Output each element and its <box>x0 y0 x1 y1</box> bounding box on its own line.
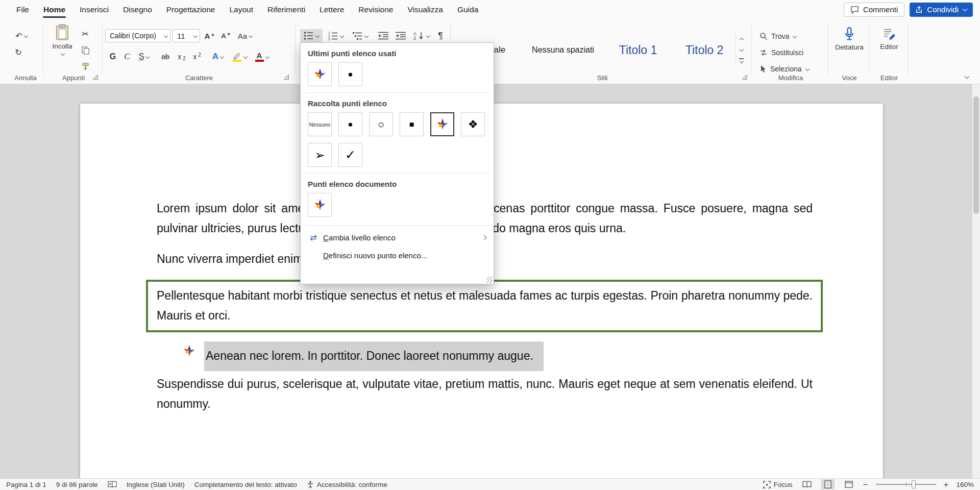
bullet-option-none[interactable]: Nessuno <box>308 112 332 136</box>
styles-scroll-down-button[interactable] <box>735 44 747 55</box>
italic-button[interactable]: C <box>120 50 134 63</box>
bullet-option-check[interactable]: ✓ <box>338 143 362 167</box>
paste-button[interactable]: Incolla <box>49 24 76 56</box>
menu-item-define-new-bullet[interactable]: Definisci nuovo punto elenco... <box>301 247 494 264</box>
svg-text:Z: Z <box>413 36 416 40</box>
search-icon <box>760 32 768 40</box>
bullets-button[interactable] <box>300 29 323 42</box>
undo-button[interactable]: ↶ <box>11 29 32 42</box>
text-effects-button[interactable]: A <box>208 50 228 63</box>
bullet-option-diamonds[interactable]: ❖ <box>461 112 485 136</box>
undo-group-label: Annulla <box>9 74 42 82</box>
style-heading1[interactable]: Titolo 1 <box>609 36 667 64</box>
tab-visualizza[interactable]: Visualizza <box>400 0 450 19</box>
chevron-down-icon[interactable] <box>963 7 967 12</box>
bullet-option-custom[interactable] <box>308 62 332 86</box>
find-label: Trova <box>771 32 789 40</box>
change-case-button[interactable]: Aa <box>235 29 255 42</box>
sort-button[interactable]: AZ <box>412 29 431 42</box>
strikethrough-button[interactable]: ab <box>157 50 174 63</box>
font-size-combo[interactable]: 11 <box>173 29 200 42</box>
bullet-option-dot[interactable]: ● <box>338 112 362 136</box>
accessibility-status[interactable]: Accessibilità: conforme <box>307 481 387 488</box>
tab-lettere[interactable]: Lettere <box>312 0 351 19</box>
zoom-slider-handle[interactable] <box>912 480 916 488</box>
read-mode-button[interactable] <box>800 479 814 489</box>
clipboard-dialog-launcher-icon[interactable] <box>93 75 98 80</box>
page-indicator[interactable]: Pagina 1 di 1 <box>6 481 46 488</box>
menu-item-change-list-level[interactable]: ⇄ Cambia livello elenco <box>301 229 494 247</box>
subscript-button[interactable]: x2 <box>175 50 189 63</box>
share-button[interactable]: Condividi <box>910 3 973 17</box>
increase-indent-button[interactable] <box>393 29 408 42</box>
decrease-indent-button[interactable] <box>376 29 391 42</box>
superscript-button[interactable]: x2 <box>190 50 204 63</box>
selected-text[interactable]: Aenean nec lorem. In porttitor. Donec la… <box>204 341 544 371</box>
tab-inserisci[interactable]: Inserisci <box>72 0 116 19</box>
word-count[interactable]: 9 di 86 parole <box>56 481 98 488</box>
scrollbar-thumb[interactable] <box>973 96 979 214</box>
bullet-list-item[interactable]: Aenean nec lorem. In porttitor. Donec la… <box>157 341 813 371</box>
multilevel-list-button[interactable] <box>349 29 372 42</box>
focus-icon <box>763 481 771 488</box>
find-button[interactable]: Trova <box>760 30 796 43</box>
paragraph[interactable]: Suspendisse dui purus, scelerisque at, v… <box>157 374 813 414</box>
bullet-option-arrow[interactable]: ➢ <box>308 143 332 167</box>
styles-scroll-up-button[interactable] <box>735 33 747 43</box>
language-indicator[interactable]: Inglese (Stati Uniti) <box>127 481 185 488</box>
vertical-scrollbar[interactable] <box>972 84 980 478</box>
highlight-color-button[interactable] <box>229 50 250 63</box>
cut-button[interactable]: ✂ <box>78 27 93 40</box>
style-no-spacing[interactable]: Nessuna spaziati <box>522 36 604 64</box>
resize-grip[interactable] <box>486 277 493 283</box>
tab-home[interactable]: Home <box>36 0 72 19</box>
collapse-ribbon-button[interactable] <box>960 70 974 83</box>
copy-button[interactable] <box>78 43 93 57</box>
styles-dialog-launcher-icon[interactable] <box>742 75 747 80</box>
font-name-combo[interactable]: Calibri (Corpo) <box>105 29 170 42</box>
numbering-button[interactable]: 123 <box>325 29 347 42</box>
tab-disegno[interactable]: Disegno <box>116 0 159 19</box>
bullet-option-square[interactable]: ■ <box>400 112 424 136</box>
editor-label: Editor <box>880 43 898 51</box>
zoom-in-button[interactable]: + <box>944 480 949 489</box>
style-heading2[interactable]: Titolo 2 <box>676 36 733 64</box>
bullet-option-custom-selected[interactable] <box>430 112 454 136</box>
bullet-option-circle[interactable]: ○ <box>369 112 393 136</box>
text-completion-status[interactable]: Completamento del testo: attivato <box>194 481 297 488</box>
share-icon <box>915 6 923 13</box>
group-divider <box>908 23 908 76</box>
font-dialog-launcher-icon[interactable] <box>284 75 289 80</box>
styles-gallery-expand-button[interactable] <box>735 56 747 66</box>
proofing-status[interactable] <box>108 481 117 488</box>
print-layout-button[interactable] <box>821 479 835 489</box>
tab-progettazione[interactable]: Progettazione <box>159 0 223 19</box>
tab-layout[interactable]: Layout <box>222 0 260 19</box>
underline-button[interactable]: S <box>135 50 153 63</box>
format-painter-button[interactable] <box>78 60 93 73</box>
tab-guida[interactable]: Guida <box>450 0 485 19</box>
focus-mode-button[interactable]: Focus <box>763 481 793 488</box>
redo-button[interactable]: ↻ <box>11 45 26 59</box>
comments-button[interactable]: Commenti <box>844 3 904 17</box>
bullet-option-custom-document[interactable] <box>308 193 332 217</box>
chevron-down-icon <box>740 60 743 63</box>
editor-button[interactable]: Editor <box>874 27 904 51</box>
bordered-paragraph[interactable]: Pellentesque habitant morbi tristique se… <box>146 280 823 332</box>
replace-button[interactable]: Sostituisci <box>760 46 803 59</box>
tab-riferimenti[interactable]: Riferimenti <box>260 0 312 19</box>
zoom-out-button[interactable]: − <box>863 480 868 489</box>
shrink-font-button[interactable]: A ▾ <box>218 29 233 42</box>
font-color-button[interactable]: A <box>251 50 273 63</box>
dictate-button[interactable]: Dettatura <box>833 27 866 51</box>
grow-font-button[interactable]: A ▴ <box>202 29 216 42</box>
tab-revisione[interactable]: Revisione <box>351 0 400 19</box>
zoom-slider[interactable] <box>876 484 936 485</box>
show-formatting-button[interactable]: ¶ <box>433 29 448 42</box>
tab-file[interactable]: File <box>9 0 36 19</box>
bold-button[interactable]: G <box>106 50 119 63</box>
zoom-level[interactable]: 160% <box>956 481 974 488</box>
bullet-option-dot[interactable]: ● <box>338 62 362 86</box>
web-layout-button[interactable] <box>842 479 855 489</box>
decrease-indent-icon <box>378 31 388 40</box>
